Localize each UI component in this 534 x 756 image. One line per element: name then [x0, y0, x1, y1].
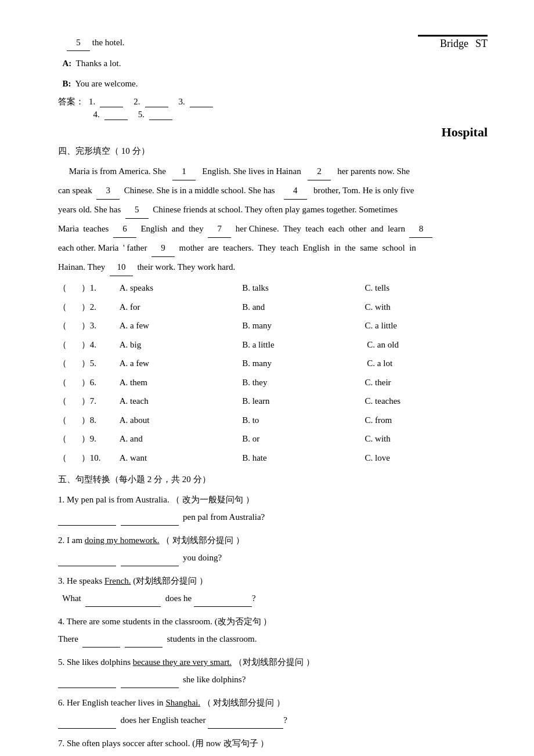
question-7: 7. She often plays soccer after school. …	[58, 735, 488, 756]
ans-label-5: 5.	[138, 110, 145, 120]
choice-row-8: （ ）8. A. about B. to C. from	[58, 411, 488, 430]
blank-p9: 9	[151, 239, 175, 257]
choices-table: （ ）1. A. speaks B. talks C. tells （ ）2. …	[58, 278, 488, 467]
paren-5: （	[58, 354, 81, 373]
dialog-a: A: Thanks a lot.	[58, 56, 488, 71]
q3-blank-1	[85, 595, 161, 607]
section5: 五、句型转换（每小题 2 分，共 20 分） 1. My pen pal is …	[58, 472, 488, 756]
q5-underlined: because they are very smart.	[133, 657, 232, 667]
question-4: 4. There are some students in the classr…	[58, 613, 488, 648]
q4-blank-1	[82, 635, 120, 648]
top-right-label: Bridge ST	[418, 35, 488, 50]
answers-label: 答案：	[58, 96, 84, 107]
choice-6b: B. they	[242, 373, 365, 392]
hospital-label: Hospital	[58, 125, 488, 140]
q5-text: 5. She likes dolphins because they are v…	[58, 653, 488, 671]
choice-8c: C. from	[365, 411, 488, 430]
q4-answer: There students in the classroom.	[58, 630, 488, 648]
choice-1b: B. talks	[242, 278, 365, 298]
paren-4: （	[58, 335, 81, 355]
num-9: ）9.	[81, 429, 120, 448]
choice-2c: C. with	[365, 298, 488, 317]
q2-text: 2. I am doing my homework. （ 对划线部分提问 ）	[58, 531, 488, 549]
blank-5: 5	[67, 35, 90, 51]
choice-row-6: （ ）6. A. them B. they C. their	[58, 373, 488, 392]
q5-blank-1	[58, 676, 116, 688]
choice-5b: B. many	[242, 354, 365, 373]
q1-answer: pen pal from Australia?	[58, 508, 488, 526]
bridge-text: Bridge	[440, 38, 468, 50]
num-7: ）7.	[81, 392, 120, 411]
choice-4a: A. big	[120, 335, 242, 355]
section4-title: 四、完形填空（ 10 分）	[58, 143, 488, 159]
choice-10b: B. hate	[242, 448, 365, 468]
choice-7b: B. learn	[242, 392, 365, 411]
choice-9b: B. or	[242, 429, 365, 448]
ans-label-4: 4.	[93, 110, 100, 120]
q1-blank-1	[58, 513, 116, 526]
num-2: ）2.	[81, 298, 120, 317]
passage-line-3: years old. She has 5 Chinese friends at …	[58, 201, 488, 219]
paren-1: （	[58, 278, 81, 298]
passage-line-5: each other. Maria ' father 9 mother are …	[58, 239, 488, 257]
choice-row-3: （ ）3. A. a few B. many C. a little	[58, 316, 488, 335]
choice-7a: A. teach	[120, 392, 242, 411]
section5-title: 五、句型转换（每小题 2 分，共 20 分）	[58, 472, 488, 487]
choice-row-2: （ ）2. A. for B. and C. with	[58, 298, 488, 317]
blank-p8: 8	[409, 220, 432, 238]
num-3: ）3.	[81, 316, 120, 335]
choice-10c: C. love	[365, 448, 488, 468]
q5-answer: she like dolphins?	[58, 671, 488, 688]
choice-3c: C. a little	[365, 316, 488, 335]
blank-p7: 7	[208, 220, 231, 238]
choice-9a: A. and	[120, 429, 242, 448]
num-4: ）4.	[81, 335, 120, 355]
num-8: ）8.	[81, 411, 120, 430]
ans-blank-4	[104, 110, 128, 120]
question-6: 6. Her English teacher lives in Shanghai…	[58, 694, 488, 729]
paren-7: （	[58, 392, 81, 411]
ans-label-1: 1.	[89, 97, 95, 107]
blank-p3: 3	[96, 182, 120, 200]
passage-line-6: Hainan. They 10 their work. They work ha…	[58, 258, 488, 276]
q6-text: 6. Her English teacher lives in Shanghai…	[58, 694, 488, 711]
q4-blank-2	[125, 635, 163, 648]
page: Bridge ST 5 the hotel. A: Thanks a lot. …	[58, 35, 488, 756]
choice-2b: B. and	[242, 298, 365, 317]
q6-underlined: Shanghai.	[165, 698, 200, 707]
ans-blank-2	[145, 97, 168, 107]
choice-row-10: （ ）10. A. want B. hate C. love	[58, 448, 488, 468]
ans-blank-5	[149, 110, 172, 120]
ans-label-2: 2.	[134, 97, 140, 107]
choice-2a: A. for	[120, 298, 242, 317]
bridge-decoration-line	[418, 35, 488, 37]
choice-8a: A. about	[120, 411, 242, 430]
choice-3b: B. many	[242, 316, 365, 335]
blank-p1: 1	[172, 162, 196, 180]
q6-answer: does her English teacher ?	[58, 711, 488, 729]
choice-1a: A. speaks	[120, 278, 242, 298]
bridge-st-label: Bridge ST	[418, 38, 488, 50]
q3-underlined: French.	[104, 576, 131, 585]
q1-text: 1. My pen pal is from Australia. （ 改为一般疑…	[58, 491, 488, 508]
st-text: ST	[475, 38, 488, 50]
q6-blank-2	[208, 717, 283, 729]
q2-blank-1	[58, 554, 116, 566]
blank-p4: 4	[284, 182, 307, 200]
q2-answer: you doing?	[58, 549, 488, 566]
q7-answer: She soccer now.	[58, 752, 488, 756]
question-2: 2. I am doing my homework. （ 对划线部分提问 ） y…	[58, 531, 488, 566]
question-3: 3. He speaks French. (对划线部分提问 ） What doe…	[58, 572, 488, 607]
num-10: ）10.	[81, 448, 120, 468]
passage-line-4: Maria teaches 6 English and they 7 her C…	[58, 220, 488, 238]
blank-p5: 5	[125, 201, 149, 219]
choice-9c: C. with	[365, 429, 488, 448]
q2-underlined: doing my homework.	[85, 536, 160, 545]
choice-1c: C. tells	[365, 278, 488, 298]
q2-blank-2	[121, 554, 179, 566]
num-1: ）1.	[81, 278, 120, 298]
choice-row-5: （ ）5. A. a few B. many C. a lot	[58, 354, 488, 373]
choice-4b: B. a little	[242, 335, 365, 355]
q1-blank-2	[121, 513, 179, 526]
q5-blank-2	[121, 676, 179, 688]
